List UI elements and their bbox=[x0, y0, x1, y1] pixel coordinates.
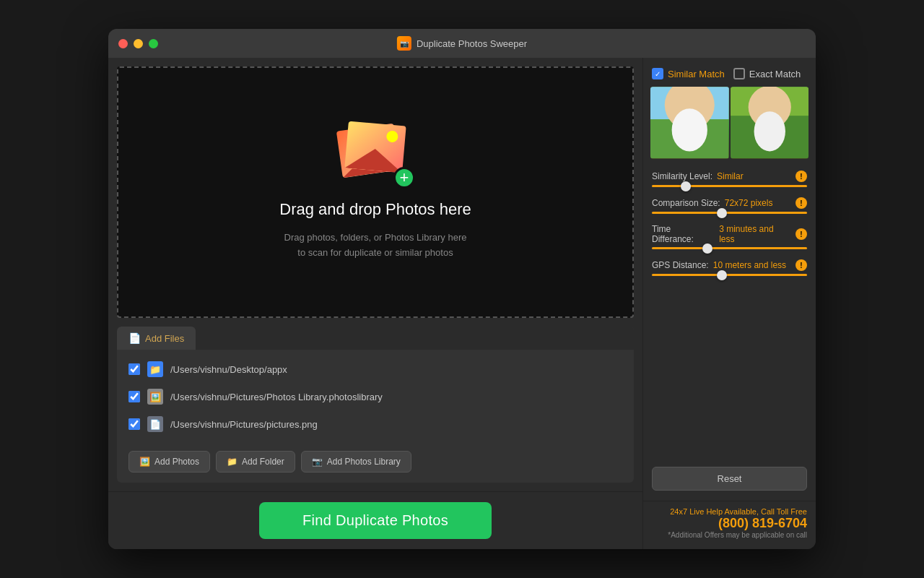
exact-match-toggle[interactable]: Exact Match bbox=[733, 68, 801, 79]
drop-zone[interactable]: 🌴 + Drag and drop Photos here Drag photo… bbox=[117, 66, 634, 318]
gps-slider[interactable] bbox=[652, 274, 807, 276]
left-content: 🌴 + Drag and drop Photos here Drag photo… bbox=[108, 58, 642, 491]
add-photos-library-icon: 📷 bbox=[312, 457, 323, 467]
exact-match-checkbox[interactable] bbox=[733, 68, 745, 79]
match-toggles: Similar Match Exact Match bbox=[643, 58, 816, 87]
comparison-value: 72x72 pixels bbox=[725, 198, 773, 208]
file-checkbox-2[interactable] bbox=[128, 391, 140, 402]
similar-match-label: Similar Match bbox=[668, 69, 725, 79]
add-folder-button[interactable]: 📁 Add Folder bbox=[216, 451, 295, 473]
close-button[interactable] bbox=[118, 39, 128, 48]
main-window: 📷 Duplicate Photos Sweeper 🌴 bbox=[108, 29, 816, 549]
preview-image-1 bbox=[650, 87, 729, 159]
file-path-3: /Users/vishnu/Pictures/pictures.png bbox=[170, 419, 318, 430]
file-path-2: /Users/vishnu/Pictures/Photos Library.ph… bbox=[170, 392, 383, 402]
file-item: 📁 /Users/vishnu/Desktop/appx bbox=[117, 355, 634, 383]
right-panel: Similar Match Exact Match bbox=[642, 58, 816, 549]
help-section: 24x7 Live Help Available, Call Toll Free… bbox=[643, 501, 816, 549]
settings-area: Similarity Level: Similar ! Comparison S… bbox=[643, 166, 816, 460]
time-label: Time Differance: 3 minutes and less ! bbox=[652, 224, 807, 244]
help-note: *Additional Offers may be applicable on … bbox=[652, 531, 807, 539]
drop-subtitle: Drag photos, folders, or Photos Library … bbox=[284, 230, 467, 261]
file-checkbox-3[interactable] bbox=[128, 418, 140, 430]
folder-icon-1: 📁 bbox=[147, 361, 163, 377]
svg-point-8 bbox=[754, 111, 785, 151]
traffic-lights bbox=[118, 39, 158, 48]
bottom-bar: Find Duplicate Photos bbox=[108, 491, 642, 549]
minimize-button[interactable] bbox=[134, 39, 143, 48]
gps-setting: GPS Distance: 10 meters and less ! bbox=[652, 259, 807, 276]
file-path-1: /Users/vishnu/Desktop/appx bbox=[170, 364, 287, 375]
main-area: 🌴 + Drag and drop Photos here Drag photo… bbox=[108, 58, 816, 549]
file-panel-tabs: 📄 Add Files bbox=[117, 327, 634, 350]
app-icon: 📷 bbox=[397, 36, 411, 51]
plus-badge: + bbox=[393, 167, 415, 189]
help-line1: 24x7 Live Help Available, Call Toll Free bbox=[652, 507, 807, 516]
photo-sun-2 bbox=[386, 131, 398, 143]
add-folder-icon: 📁 bbox=[227, 457, 237, 467]
left-panel: 🌴 + Drag and drop Photos here Drag photo… bbox=[108, 58, 642, 549]
add-photos-icon: 🖼️ bbox=[139, 457, 150, 467]
file-item: 🖼️ /Users/vishnu/Pictures/Photos Library… bbox=[117, 383, 634, 410]
svg-point-3 bbox=[672, 108, 707, 151]
photo-front bbox=[344, 121, 406, 173]
add-files-tab[interactable]: 📄 Add Files bbox=[117, 327, 196, 350]
window-title: 📷 Duplicate Photos Sweeper bbox=[397, 36, 527, 51]
reset-button[interactable]: Reset bbox=[652, 467, 807, 491]
exact-match-label: Exact Match bbox=[749, 69, 801, 79]
find-duplicate-button[interactable]: Find Duplicate Photos bbox=[259, 502, 492, 539]
similar-match-checkbox[interactable] bbox=[652, 68, 663, 79]
preview-image-2 bbox=[731, 87, 809, 159]
add-photos-button[interactable]: 🖼️ Add Photos bbox=[128, 451, 210, 473]
png-icon-3: 📄 bbox=[147, 416, 163, 432]
file-panel: 📄 Add Files 📁 /Users/vishnu/Desktop/appx bbox=[117, 327, 634, 483]
similarity-setting: Similarity Level: Similar ! bbox=[652, 171, 807, 187]
preview-images bbox=[643, 87, 816, 166]
similarity-value: Similar bbox=[717, 171, 744, 181]
help-phone[interactable]: (800) 819-6704 bbox=[652, 516, 807, 531]
similarity-slider[interactable] bbox=[652, 185, 807, 187]
gps-value: 10 meters and less bbox=[713, 260, 786, 270]
time-setting: Time Differance: 3 minutes and less ! bbox=[652, 224, 807, 249]
file-item: 📄 /Users/vishnu/Pictures/pictures.png bbox=[117, 410, 634, 438]
comparison-slider[interactable] bbox=[652, 212, 807, 214]
similar-match-toggle[interactable]: Similar Match bbox=[652, 68, 725, 79]
time-slider[interactable] bbox=[652, 247, 807, 249]
drop-title: Drag and drop Photos here bbox=[279, 200, 471, 219]
time-value: 3 minutes and less bbox=[719, 224, 791, 244]
photos-icon-2: 🖼️ bbox=[147, 389, 163, 405]
titlebar: 📷 Duplicate Photos Sweeper bbox=[108, 29, 816, 58]
comparison-setting: Comparison Size: 72x72 pixels ! bbox=[652, 197, 807, 214]
reset-area: Reset bbox=[643, 460, 816, 501]
file-checkbox-1[interactable] bbox=[128, 363, 140, 375]
file-actions: 🖼️ Add Photos 📁 Add Folder 📷 Add Photos … bbox=[117, 444, 634, 483]
file-list: 📁 /Users/vishnu/Desktop/appx 🖼️ /Users/v… bbox=[117, 350, 634, 444]
add-photos-library-button[interactable]: 📷 Add Photos Library bbox=[301, 451, 411, 473]
time-info[interactable]: ! bbox=[796, 228, 807, 240]
add-files-icon: 📄 bbox=[128, 332, 141, 344]
drop-zone-icon: 🌴 + bbox=[332, 124, 419, 189]
maximize-button[interactable] bbox=[149, 39, 158, 48]
